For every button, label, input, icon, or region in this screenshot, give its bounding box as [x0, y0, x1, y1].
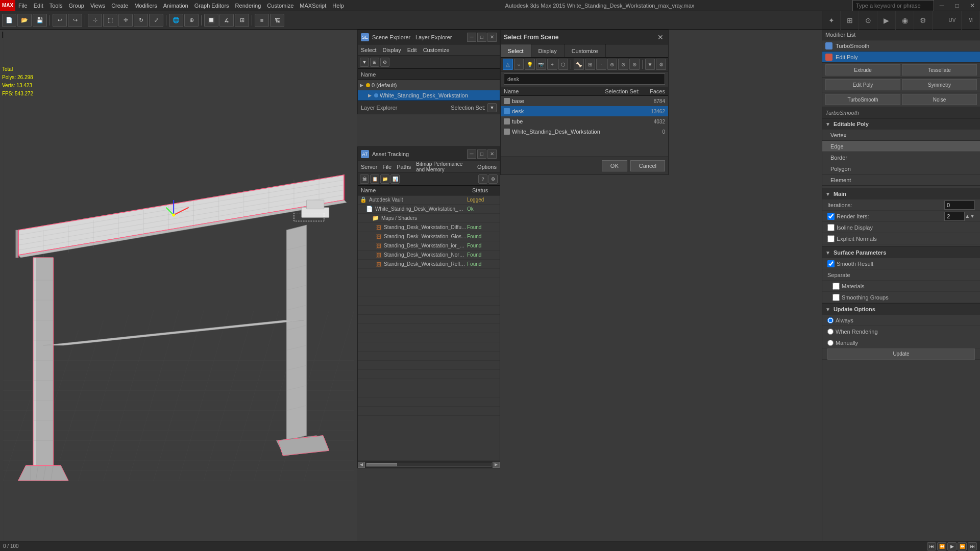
scene-item-workstation[interactable]: White_Standing_Desk_Workstation 0 [501, 127, 668, 137]
sfs-icon-point[interactable]: · [596, 59, 606, 70]
at-restore[interactable]: □ [477, 149, 486, 159]
update-options-header[interactable]: ▼ Update Options [822, 304, 980, 315]
cp-tab-r2[interactable]: M [962, 11, 980, 30]
asset-row-max[interactable]: 📄 White_Standing_Desk_Workstation_max_vr… [358, 205, 500, 214]
scene-explorer-close[interactable]: ✕ [487, 33, 497, 42]
reference-coord-button[interactable]: 🌐 [169, 14, 183, 27]
modifier-turbosmooth[interactable]: TurboSmooth [822, 40, 980, 52]
asset-row-normal[interactable]: 🖼 Standing_Desk_Workstation_Normal_Whit.… [358, 251, 500, 260]
sfs-icon-light[interactable]: 💡 [525, 59, 535, 70]
menu-edit[interactable]: Edit [31, 0, 46, 11]
rotate-button[interactable]: ↻ [134, 14, 148, 27]
menu-graph-editors[interactable]: Graph Editors [191, 0, 232, 11]
menu-views[interactable]: Views [87, 0, 108, 11]
sfs-tab-customize[interactable]: Customize [565, 44, 606, 57]
menu-help[interactable]: Help [329, 0, 347, 11]
at-menu-options[interactable]: Options [477, 164, 497, 170]
ts-iterations-input[interactable] [944, 201, 975, 210]
scene-item-tube[interactable]: tube 4032 [501, 116, 668, 127]
snap-toggle-button[interactable]: 🔲 [204, 14, 218, 27]
se-menu-select[interactable]: Select [361, 47, 377, 53]
sfs-tab-display[interactable]: Display [531, 44, 565, 57]
se-filter-btn[interactable]: ▼ [360, 58, 369, 67]
at-options-btn[interactable]: ⚙ [488, 174, 498, 184]
new-button[interactable]: 📄 [2, 14, 16, 27]
maximize-button[interactable]: □ [949, 0, 965, 11]
sfs-icon-invert[interactable]: ⊛ [629, 59, 640, 70]
sfs-search-input[interactable] [504, 73, 665, 85]
ts-spin-up[interactable]: ▲ [965, 213, 970, 219]
uo-update-button[interactable]: Update [827, 348, 975, 360]
scene-explorer-button[interactable]: 🏗 [270, 14, 284, 27]
sfs-icon-filter[interactable]: ▼ [645, 59, 655, 70]
sfs-icon-helper[interactable]: + [547, 59, 557, 70]
action-extrude[interactable]: Extrude [825, 64, 900, 76]
menu-maxscript[interactable]: MAXScript [297, 0, 329, 11]
at-menu-server[interactable]: Server [361, 164, 377, 170]
at-menu-bitmap[interactable]: Bitmap Performance and Memory [416, 161, 472, 172]
at-btn-1[interactable]: 🏛 [360, 174, 369, 184]
mirror-button[interactable]: ⊞ [235, 14, 249, 27]
sp-materials-checkbox[interactable] [832, 283, 840, 290]
action-noise[interactable]: Noise [902, 94, 977, 105]
asset-row-ior[interactable]: 🖼 Standing_Desk_Workstation_ior_White.pn… [358, 241, 500, 251]
pivot-button[interactable]: ⊕ [184, 14, 199, 27]
ts-render-iters-input[interactable] [944, 212, 965, 221]
asset-row-diffuse[interactable]: 🖼 Standing_Desk_Workstation_Diffuse_Whit… [358, 223, 500, 232]
statusbar-btn-2[interactable]: ⏪ [937, 542, 946, 550]
undo-button[interactable]: ↩ [53, 14, 67, 27]
at-minimize[interactable]: ─ [467, 149, 476, 159]
scrollbar-thumb[interactable] [366, 463, 397, 466]
se-selection-set-btn[interactable]: ▼ [487, 103, 497, 112]
viewport[interactable]: [+] [Perspective] | Shaded + Edged Faces… [0, 30, 357, 541]
statusbar-btn-5[interactable]: ⏭ [968, 542, 977, 550]
ep-item-vertex[interactable]: Vertex [822, 130, 980, 141]
select-region-button[interactable]: ⬚ [103, 14, 117, 27]
menu-customize[interactable]: Customize [264, 0, 297, 11]
at-close[interactable]: ✕ [487, 149, 497, 159]
statusbar-btn-4[interactable]: ⏩ [958, 542, 967, 550]
at-menu-paths[interactable]: Paths [397, 164, 411, 170]
uo-when-rendering-radio[interactable] [827, 329, 834, 335]
ts-main-header[interactable]: ▼ Main [822, 188, 980, 199]
save-button[interactable]: 💾 [33, 14, 47, 27]
menu-file[interactable]: File [15, 0, 31, 11]
menu-rendering[interactable]: Rendering [232, 0, 264, 11]
ep-item-border[interactable]: Border [822, 152, 980, 163]
at-menu-file[interactable]: File [382, 164, 391, 170]
move-button[interactable]: ✛ [118, 14, 133, 27]
sfs-icon-geo[interactable]: △ [503, 59, 513, 70]
layer-item-default[interactable]: ▶ 0 (default) [358, 80, 500, 90]
close-button[interactable]: ✕ [965, 0, 980, 11]
menu-modifiers[interactable]: Modifiers [131, 0, 160, 11]
sfs-ok-button[interactable]: OK [602, 160, 627, 171]
editable-poly-header[interactable]: ▼ Editable Poly [822, 118, 980, 130]
ts-spin-down[interactable]: ▼ [970, 213, 975, 219]
ep-item-polygon[interactable]: Polygon [822, 163, 980, 174]
redo-button[interactable]: ↪ [68, 14, 82, 27]
ep-item-edge[interactable]: Edge [822, 141, 980, 152]
at-btn-3[interactable]: 📁 [380, 174, 389, 184]
sfs-icon-bone[interactable]: 🦴 [574, 59, 584, 70]
cp-tab-display[interactable]: ◉ [896, 11, 914, 30]
menu-create[interactable]: Create [108, 0, 131, 11]
minimize-button[interactable]: ─ [934, 0, 949, 11]
ep-item-element[interactable]: Element [822, 174, 980, 186]
at-btn-2[interactable]: 📋 [370, 174, 379, 184]
sfs-icon-all[interactable]: ⊛ [607, 59, 618, 70]
asset-row-maps[interactable]: 📁 Maps / Shaders [358, 214, 500, 223]
action-symmetry[interactable]: Symmetry [902, 79, 977, 90]
asset-row-reflection[interactable]: 🖼 Standing_Desk_Workstation_Reflection_W… [358, 260, 500, 269]
scrollbar-right[interactable]: ▶ [493, 462, 500, 468]
menu-group[interactable]: Group [65, 0, 87, 11]
uo-manually-radio[interactable] [827, 340, 834, 346]
cp-tab-utilities[interactable]: ⚙ [914, 11, 933, 30]
select-button[interactable]: ⊹ [88, 14, 102, 27]
se-options-btn[interactable]: ⚙ [380, 58, 389, 67]
asset-row-glossiness[interactable]: 🖼 Standing_Desk_Workstation_Glossiness_W… [358, 232, 500, 241]
layer-button[interactable]: ≡ [255, 14, 269, 27]
open-button[interactable]: 📂 [17, 14, 32, 27]
at-help-btn[interactable]: ? [478, 174, 487, 184]
scene-explorer-minimize[interactable]: ─ [467, 33, 476, 42]
sfs-icon-options[interactable]: ⚙ [656, 59, 666, 70]
